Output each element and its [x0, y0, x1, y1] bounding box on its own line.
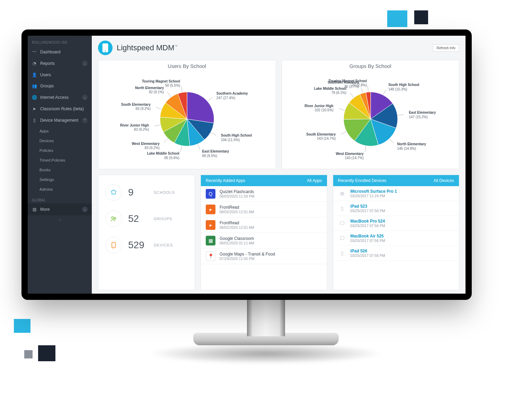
- app-icon: ▸: [206, 220, 215, 230]
- sidebar-subitem-settings[interactable]: Settings: [28, 175, 92, 184]
- stat-groups: 52 GROUPS: [104, 206, 189, 232]
- sidebar-item-classroom-rules-beta-[interactable]: ➤ Classroom Rules (beta): [28, 103, 92, 114]
- sidebar-item-label: Groups: [40, 84, 54, 88]
- recently-enrolled-devices-panel: Recently Enrolled Devices All Devices ⊞ …: [333, 175, 460, 290]
- sidebar-item-label: Reports: [40, 61, 55, 66]
- device-time: 03/25/2017 07:56 PM: [351, 224, 385, 228]
- chart-users-by-school: Users By School Southern Academy247 (27.…: [98, 60, 276, 169]
- chart-groups-by-school: Groups By School South High School148 (1…: [282, 60, 460, 169]
- device-row[interactable]: ▯ iPad 523 03/25/2017 07:56 PM: [333, 201, 459, 216]
- groups-icon: [105, 210, 122, 227]
- stat-devices: 529 DEVICES: [104, 232, 189, 258]
- app-time: 08/02/2020 12:01 AM: [220, 225, 254, 230]
- device-time: 03/25/2017 07:56 PM: [351, 209, 385, 213]
- chevron-down-icon: ⌄: [82, 61, 88, 66]
- pie-slice[interactable]: [187, 92, 214, 123]
- app-icon: 📍: [206, 251, 215, 261]
- stat-label: SCHOOLS: [154, 190, 175, 194]
- stat-label: GROUPS: [154, 217, 172, 221]
- topbar: Lightspeed MDM™ Refresh Info: [92, 36, 466, 60]
- app-row[interactable]: ▸ FrontRead 08/02/2020 12:01 AM: [201, 202, 327, 217]
- sidebar-item-label: More: [40, 207, 50, 212]
- app-logo: [98, 41, 113, 55]
- device-name: Microsoft Surface Pro 1: [351, 189, 397, 194]
- chevron-down-icon: ⌄: [82, 95, 88, 100]
- user-icon: 👤: [32, 72, 37, 77]
- svg-line-3: [211, 132, 216, 135]
- app-icon: ▸: [206, 205, 215, 214]
- summary-stats: 9 SCHOOLS 52 GROUPS 529 DEVICES: [98, 175, 195, 290]
- all-devices-link[interactable]: All Devices: [434, 178, 454, 183]
- sidebar-subitem-timed-policies[interactable]: Timed Policies: [28, 155, 92, 165]
- recently-added-apps-panel: Recently Added Apps All Apps Q Quizlet F…: [201, 175, 327, 290]
- app-row[interactable]: 📍 Google Maps - Transit & Food 07/29/202…: [201, 249, 327, 264]
- sidebar: ROLLINGWOOD ISD 〰 Dashboard◔ Reports⌄👤 U…: [28, 36, 92, 294]
- app-time: 08/02/2020 12:01 AM: [220, 210, 254, 214]
- sidebar-subitem-devices[interactable]: Devices: [28, 136, 92, 146]
- sidebar-item-more[interactable]: ▤ More ⌄: [28, 204, 92, 215]
- stat-value: 9: [128, 187, 148, 198]
- svg-line-14: [365, 146, 366, 152]
- svg-point-23: [113, 247, 114, 248]
- app-row[interactable]: Q Quizlet Flashcards 08/03/2020 11:59 PM: [201, 186, 327, 202]
- sidebar-subitem-admins[interactable]: Admins: [28, 184, 92, 194]
- screen: ROLLINGWOOD ISD 〰 Dashboard◔ Reports⌄👤 U…: [28, 36, 466, 294]
- sidebar-item-groups[interactable]: 👥 Groups: [28, 80, 92, 92]
- svg-line-7: [154, 125, 160, 126]
- device-type-icon: 🖵: [338, 235, 346, 241]
- decor-square: [38, 345, 55, 361]
- main-area: Lightspeed MDM™ Refresh Info Users By Sc…: [92, 36, 466, 294]
- svg-line-16: [339, 109, 344, 110]
- logout-icon[interactable]: ⎋: [28, 215, 92, 225]
- device-row[interactable]: 🖵 MacBook Air 525 03/25/2017 07:56 PM: [333, 231, 459, 246]
- tablet-icon: ▯: [32, 118, 37, 123]
- svg-line-5: [180, 146, 181, 152]
- device-row[interactable]: ⊞ Microsoft Surface Pro 1 03/26/2017 11:…: [333, 186, 459, 201]
- device-name: iPad 523: [351, 204, 385, 209]
- all-apps-link[interactable]: All Apps: [307, 178, 322, 183]
- stat-label: DEVICES: [154, 243, 173, 247]
- stat-value: 52: [128, 213, 148, 224]
- device-time: 03/25/2017 07:56 PM: [351, 253, 385, 258]
- app-name: FrontRead: [220, 220, 254, 225]
- svg-line-4: [198, 144, 200, 150]
- book-icon: ▤: [32, 207, 37, 212]
- monitor-bezel: ROLLINGWOOD ISD 〰 Dashboard◔ Reports⌄👤 U…: [21, 29, 472, 300]
- device-time: 03/25/2017 07:56 PM: [351, 239, 385, 243]
- app-icon: Q: [206, 189, 215, 199]
- svg-line-9: [167, 92, 171, 97]
- device-row[interactable]: 🖵 MacBook Pro 524 03/25/2017 07:56 PM: [333, 216, 459, 231]
- sidebar-item-label: Device Management: [40, 118, 78, 123]
- sidebar-item-reports[interactable]: ◔ Reports⌄: [28, 58, 92, 69]
- app-row[interactable]: ▸ FrontRead 08/02/2020 12:01 AM: [201, 217, 327, 233]
- stat-value: 529: [128, 240, 148, 251]
- device-time: 03/26/2017 11:24 PM: [351, 194, 397, 198]
- app-row[interactable]: ▦ Google Classroom 08/01/2020 01:11 AM: [201, 233, 327, 249]
- sidebar-item-internet-access[interactable]: 🌐 Internet Access⌄: [28, 92, 92, 103]
- sidebar-item-device-management[interactable]: ▯ Device Management⌃: [28, 114, 92, 126]
- svg-line-11: [383, 89, 386, 95]
- app-name: FrontRead: [220, 205, 254, 210]
- app-time: 08/03/2020 11:59 PM: [220, 194, 254, 198]
- device-name: MacBook Pro 524: [351, 219, 385, 224]
- panel-title: Recently Enrolled Devices: [338, 178, 387, 183]
- device-type-icon: ▯: [338, 250, 346, 256]
- sidebar-item-label: Classroom Rules (beta): [40, 106, 84, 111]
- svg-line-8: [156, 107, 161, 109]
- app-time: 07/29/2020 11:55 PM: [220, 257, 275, 261]
- org-name: ROLLINGWOOD ISD: [28, 36, 92, 46]
- svg-point-1: [105, 51, 106, 52]
- sidebar-item-dashboard[interactable]: 〰 Dashboard: [28, 46, 92, 58]
- device-row[interactable]: ▯ iPad 526 03/25/2017 07:56 PM: [333, 246, 459, 261]
- svg-line-6: [164, 139, 168, 143]
- sidebar-subitem-books[interactable]: Books: [28, 165, 92, 175]
- sidebar-item-users[interactable]: 👤 Users: [28, 69, 92, 80]
- sidebar-subitem-apps[interactable]: Apps: [28, 126, 92, 136]
- sidebar-subitem-policies[interactable]: Policies: [28, 146, 92, 155]
- refresh-button[interactable]: Refresh Info: [433, 44, 459, 52]
- device-name: MacBook Air 525: [351, 234, 385, 239]
- users-icon: 👥: [32, 84, 37, 88]
- svg-line-17: [350, 93, 353, 97]
- svg-point-20: [112, 217, 114, 219]
- pie-icon: ◔: [32, 61, 37, 66]
